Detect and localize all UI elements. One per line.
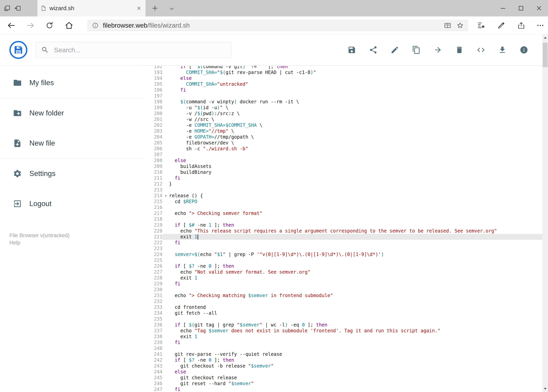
filebrowser-logo[interactable] (9, 41, 28, 59)
sidebar-item-new-file[interactable]: New file (0, 128, 143, 158)
code-line-242[interactable]: 242 if [ $? -ne 0 ]; then (143, 357, 542, 363)
save-button[interactable] (347, 46, 356, 54)
browser-tab[interactable]: wizard.sh (37, 0, 146, 16)
refresh-button[interactable] (45, 21, 54, 30)
scroll-up-button[interactable] (542, 35, 548, 41)
code-line-207[interactable]: 207 (143, 152, 542, 158)
code-line-233[interactable]: 233 cd frontend (143, 304, 542, 310)
close-button[interactable] (530, 0, 548, 16)
code-line-194[interactable]: 194 else (143, 75, 542, 81)
code-line-245[interactable]: 245 git checkout release (143, 375, 542, 381)
code-line-241[interactable]: 241 git rev-parse --verify --quiet relea… (143, 351, 542, 357)
code-line-247[interactable]: 247 fi (143, 386, 542, 392)
sidebar-item-my-files[interactable]: My files (0, 68, 143, 98)
code-line-214[interactable]: 214▾release () { (143, 193, 542, 199)
code-line-215[interactable]: 215 cd $REPO (143, 199, 542, 204)
code-line-230[interactable]: 230 (143, 287, 542, 293)
share-button[interactable] (517, 21, 526, 30)
code-line-225[interactable]: 225 (143, 257, 542, 263)
code-line-204[interactable]: 204 -e GOPATH=//tmp/gopath \ (143, 134, 542, 140)
copy-button[interactable] (412, 46, 421, 54)
code-line-213[interactable]: 213 (143, 187, 542, 193)
code-line-235[interactable]: 235 (143, 316, 542, 322)
help-link[interactable]: Help (9, 239, 70, 246)
file-share-button[interactable] (369, 46, 378, 54)
search-input[interactable] (54, 46, 218, 54)
code-line-195[interactable]: 195 COMMIT_SHA="untracked" (143, 81, 542, 87)
scroll-down-button[interactable] (542, 386, 548, 392)
code-line-237[interactable]: 237 echo "Tag $semver does not exist in … (143, 328, 542, 334)
code-line-232[interactable]: 232 (143, 298, 542, 304)
info-button[interactable] (520, 46, 528, 54)
forward-button[interactable] (26, 21, 35, 30)
more-options-button[interactable] (536, 21, 545, 30)
code-line-228[interactable]: 228 exit 1 (143, 275, 542, 281)
code-line-239[interactable]: 239 fi (143, 340, 542, 345)
annotate-button[interactable] (497, 21, 506, 30)
move-button[interactable] (434, 46, 442, 54)
tab-preview-button[interactable] (2, 4, 12, 13)
code-line-197[interactable]: 197 (143, 93, 542, 99)
code-line-210[interactable]: 210 buildBinary (143, 169, 542, 175)
code-line-211[interactable]: 211 fi (143, 175, 542, 181)
code-line-224[interactable]: 224 semver=$(echo "$1" | grep -P '^v(0|[… (143, 252, 542, 257)
code-line-209[interactable]: 209 buildAssets (143, 163, 542, 169)
fold-marker-icon[interactable]: ▾ (162, 193, 169, 199)
code-line-226[interactable]: 226 if [ $? -ne 0 ]; then (143, 263, 542, 269)
code-editor[interactable]: 192 if [ "$(command -v git)" != "" ]; th… (143, 66, 542, 392)
code-line-192[interactable]: 192 if [ "$(command -v git)" != "" ]; th… (143, 66, 542, 70)
code-line-220[interactable]: 220 echo "This release script requires a… (143, 228, 542, 234)
code-line-218[interactable]: 218 (143, 216, 542, 222)
new-tab-button[interactable] (151, 4, 159, 13)
address-bar[interactable]: filebrowser.web/files/wizard.sh (87, 20, 468, 31)
download-button[interactable] (498, 46, 507, 54)
code-line-246[interactable]: 246 git reset --hard "$semver" (143, 381, 542, 386)
add-favorite-button[interactable] (456, 21, 464, 29)
code-line-221[interactable]: 221 exit 1 (143, 234, 542, 240)
code-line-223[interactable]: 223 (143, 246, 542, 252)
sidebar-item-new-folder[interactable]: New folder (0, 98, 143, 128)
code-line-198[interactable]: 198 $(command -v winpty) docker run --rm… (143, 99, 542, 105)
code-line-219[interactable]: 219 if [ $# -ne 1 ]; then (143, 222, 542, 228)
code-line-231[interactable]: 231 echo "> Checking matching $semver in… (143, 293, 542, 298)
code-line-203[interactable]: 203 -e HOME="//tmp" \ (143, 128, 542, 134)
code-line-202[interactable]: 202 -e COMMIT_SHA=$COMMIT_SHA \ (143, 122, 542, 128)
code-line-217[interactable]: 217 echo "> Checking semver format" (143, 210, 542, 216)
back-button[interactable] (7, 21, 16, 30)
source-view-button[interactable] (477, 46, 485, 54)
home-button[interactable] (65, 21, 74, 30)
code-line-196[interactable]: 196 fi (143, 87, 542, 93)
code-line-216[interactable]: 216 (143, 204, 542, 210)
reading-view-button[interactable] (444, 21, 452, 29)
code-line-199[interactable]: 199 -u "$(id -u)" \ (143, 105, 542, 111)
favorites-hub-button[interactable] (477, 21, 486, 30)
code-line-208[interactable]: 208 else (143, 158, 542, 163)
rename-button[interactable] (390, 46, 399, 54)
code-line-205[interactable]: 205 filebrowser/dev \ (143, 140, 542, 146)
code-line-234[interactable]: 234 git fetch --all (143, 310, 542, 316)
sidebar-item-settings[interactable]: Settings (0, 159, 143, 189)
code-line-243[interactable]: 243 git checkout -b release "$semver" (143, 363, 542, 369)
code-line-236[interactable]: 236 if [ $(git tag | grep "$semver" | wc… (143, 322, 542, 328)
code-line-212[interactable]: 212} (143, 181, 542, 187)
code-line-222[interactable]: 222 fi (143, 240, 542, 246)
code-line-240[interactable]: 240 (143, 345, 542, 351)
code-line-229[interactable]: 229 fi (143, 281, 542, 287)
delete-button[interactable] (455, 46, 464, 54)
code-line-244[interactable]: 244 else (143, 369, 542, 375)
maximize-button[interactable] (512, 0, 530, 16)
search-box[interactable] (36, 42, 231, 58)
tab-list-dropdown[interactable] (167, 4, 176, 13)
scrollbar[interactable] (542, 35, 548, 392)
minimize-button[interactable] (494, 0, 512, 16)
code-line-206[interactable]: 206 sh -c "./wizard.sh -b" (143, 146, 542, 152)
code-line-193[interactable]: 193 COMMIT_SHA="$(git rev-parse HEAD | c… (143, 70, 542, 75)
code-line-238[interactable]: 238 exit 1 (143, 334, 542, 340)
code-line-200[interactable]: 200 -v /$(pwd):/src:z \ (143, 111, 542, 116)
code-line-201[interactable]: 201 -w //src \ (143, 116, 542, 122)
site-info-button[interactable] (91, 21, 99, 29)
sidebar-item-logout[interactable]: Logout (0, 189, 143, 219)
tab-close-button[interactable] (135, 5, 142, 12)
code-line-227[interactable]: 227 echo "Not valid semver format. See s… (143, 269, 542, 275)
set-tabs-aside-button[interactable] (13, 4, 22, 13)
